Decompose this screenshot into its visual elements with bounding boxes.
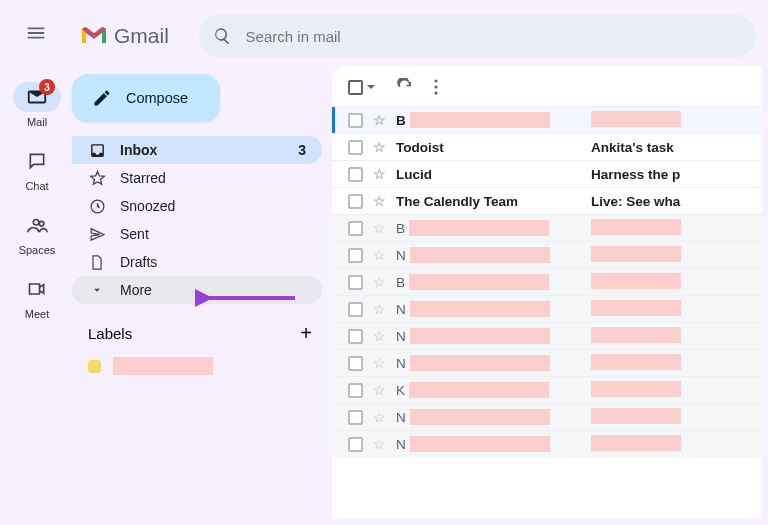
rail-mail[interactable]: 3 Mail — [13, 82, 61, 128]
mail-row[interactable]: ☆ The Calendly Team Live: See wha — [332, 187, 762, 214]
redacted — [410, 112, 550, 128]
inbox-icon — [88, 142, 106, 159]
search-input[interactable] — [246, 28, 742, 45]
sender: N — [396, 248, 406, 263]
row-checkbox[interactable] — [348, 113, 363, 128]
svg-point-3 — [434, 91, 437, 94]
row-checkbox[interactable] — [348, 167, 363, 182]
star-icon[interactable]: ☆ — [373, 220, 386, 236]
mail-row[interactable]: ☆ N — [332, 430, 762, 457]
mail-row[interactable]: ☆ N — [332, 349, 762, 376]
redacted — [409, 382, 549, 398]
row-checkbox[interactable] — [348, 437, 363, 452]
star-icon[interactable]: ☆ — [373, 274, 386, 290]
redacted — [591, 246, 681, 262]
row-checkbox[interactable] — [348, 194, 363, 209]
svg-point-2 — [434, 85, 437, 88]
nav-snoozed[interactable]: Snoozed — [72, 192, 322, 220]
row-checkbox[interactable] — [348, 221, 363, 236]
select-all-checkbox[interactable] — [348, 80, 363, 95]
row-checkbox[interactable] — [348, 356, 363, 371]
nav-starred[interactable]: Starred — [72, 164, 322, 192]
redacted — [591, 408, 681, 424]
svg-point-1 — [434, 79, 437, 82]
row-checkbox[interactable] — [348, 275, 363, 290]
redacted — [591, 381, 681, 397]
mail-row[interactable]: ☆ B — [332, 106, 762, 133]
mail-row[interactable]: ☆ B — [332, 268, 762, 295]
spaces-icon — [13, 210, 61, 240]
mail-row[interactable]: ☆ N — [332, 241, 762, 268]
sender: B — [396, 113, 406, 128]
sender: K — [396, 383, 405, 398]
redacted — [591, 435, 681, 451]
mail-row[interactable]: ☆ N — [332, 295, 762, 322]
nav-sent[interactable]: Sent — [72, 220, 322, 248]
mail-row[interactable]: ☆ K — [332, 376, 762, 403]
star-icon[interactable]: ☆ — [373, 139, 386, 155]
star-icon[interactable]: ☆ — [373, 112, 386, 128]
mail-row[interactable]: ☆ N — [332, 322, 762, 349]
redacted — [410, 355, 550, 371]
star-icon[interactable]: ☆ — [373, 382, 386, 398]
star-icon[interactable]: ☆ — [373, 301, 386, 317]
star-icon[interactable]: ☆ — [373, 193, 386, 209]
row-checkbox[interactable] — [348, 410, 363, 425]
label-color-swatch — [88, 360, 101, 373]
row-checkbox[interactable] — [348, 302, 363, 317]
star-icon[interactable]: ☆ — [373, 355, 386, 371]
rail-spaces[interactable]: Spaces — [13, 210, 61, 256]
gmail-logo[interactable]: Gmail — [80, 24, 169, 48]
nav-more[interactable]: More — [72, 276, 322, 304]
sender: N — [396, 356, 406, 371]
more-icon[interactable] — [434, 79, 438, 95]
dropdown-icon[interactable] — [366, 82, 376, 92]
nav-inbox[interactable]: Inbox 3 — [72, 136, 322, 164]
mail-row[interactable]: ☆ Lucid Harness the p — [332, 160, 762, 187]
redacted — [591, 327, 681, 343]
mail-list: ☆ B ☆ Todoist Ankita's task ☆ Lucid Harn… — [332, 66, 762, 519]
star-icon[interactable]: ☆ — [373, 328, 386, 344]
sender: N — [396, 329, 406, 344]
nav-label: Drafts — [120, 254, 157, 270]
star-icon[interactable]: ☆ — [373, 247, 386, 263]
nav-label: Inbox — [120, 142, 157, 158]
nav-drafts[interactable]: Drafts — [72, 248, 322, 276]
compose-label: Compose — [126, 90, 188, 106]
select-all[interactable] — [348, 80, 376, 95]
compose-button[interactable]: Compose — [72, 74, 220, 122]
refresh-icon[interactable] — [396, 78, 414, 96]
redacted — [591, 219, 681, 235]
rail-meet-label: Meet — [25, 308, 49, 320]
mail-row[interactable]: ☆ B — [332, 214, 762, 241]
add-label-button[interactable]: + — [300, 322, 312, 345]
rail-chat-label: Chat — [25, 180, 48, 192]
sidebar: Compose Inbox 3 Starred Snoozed Sent Dra… — [68, 66, 332, 519]
search-icon — [213, 26, 232, 46]
star-icon[interactable]: ☆ — [373, 166, 386, 182]
nav-label: More — [120, 282, 152, 298]
mail-row[interactable]: ☆ N — [332, 403, 762, 430]
meet-icon — [13, 274, 61, 304]
star-icon[interactable]: ☆ — [373, 409, 386, 425]
row-checkbox[interactable] — [348, 329, 363, 344]
rail-meet[interactable]: Meet — [13, 274, 61, 320]
header: Gmail — [68, 6, 762, 66]
rail-chat[interactable]: Chat — [13, 146, 61, 192]
row-checkbox[interactable] — [348, 248, 363, 263]
mail-row[interactable]: ☆ Todoist Ankita's task — [332, 133, 762, 160]
sender: N — [396, 410, 406, 425]
rail-spaces-label: Spaces — [19, 244, 56, 256]
row-checkbox[interactable] — [348, 383, 363, 398]
search-bar[interactable] — [199, 14, 756, 58]
pencil-icon — [92, 88, 112, 108]
row-checkbox[interactable] — [348, 140, 363, 155]
label-item[interactable] — [72, 351, 322, 381]
redacted — [409, 220, 549, 236]
menu-icon[interactable] — [25, 22, 49, 46]
redacted — [591, 354, 681, 370]
sender: The Calendly Team — [396, 194, 518, 209]
nav-label: Sent — [120, 226, 149, 242]
star-icon[interactable]: ☆ — [373, 436, 386, 452]
sender: B — [396, 221, 405, 236]
